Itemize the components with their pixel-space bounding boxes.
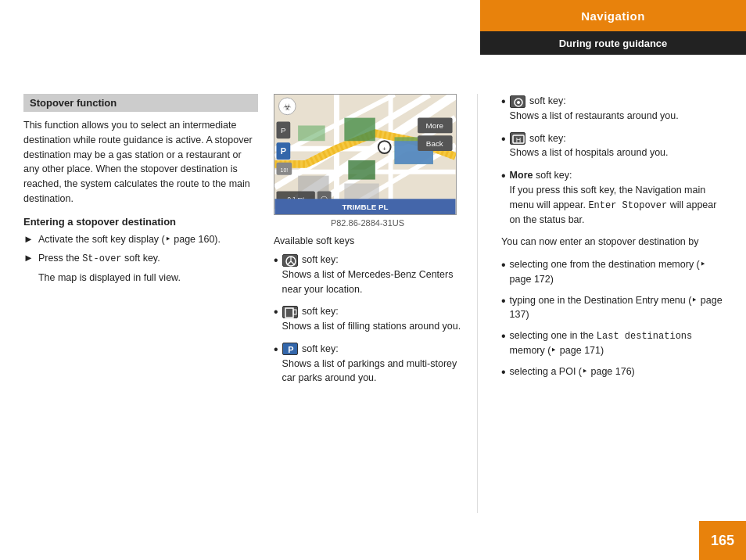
svg-text:P: P xyxy=(281,126,286,135)
map-column: + 0.1 mi ◯ ☣ P P 10! xyxy=(274,94,461,513)
soft-key-hospital-content: H soft key: Shows a list of hospitals ar… xyxy=(510,131,669,161)
left-column: Stopover function This function allows y… xyxy=(23,94,258,513)
soft-key-hospital: • H soft key: Shows a list of hospitals … xyxy=(501,131,723,161)
bullet-text-2: Press the St-over soft key. xyxy=(38,251,160,266)
code-stover: St-over xyxy=(82,253,121,264)
bullet-item-3: ► The map is displayed in full view. xyxy=(23,271,258,285)
column-divider xyxy=(477,94,478,513)
restaurant-icon xyxy=(510,95,525,108)
svg-text:Back: Back xyxy=(426,139,443,148)
bullet-dot-d4: • xyxy=(501,364,506,379)
soft-key-more: • More soft key: If you press this soft … xyxy=(501,168,723,227)
bullet-dot-d1: • xyxy=(501,257,506,272)
page-badge: 165 xyxy=(699,521,746,560)
soft-key-hospital-desc: Shows a list of hospitals around you. xyxy=(510,147,669,158)
svg-rect-10 xyxy=(344,118,375,142)
soft-key-more-content: More soft key: If you press this soft ke… xyxy=(510,168,723,227)
soft-key-mercedes-content: soft key: Shows a list of Mercedes-Benz … xyxy=(282,253,461,296)
bullet-dot-3: • xyxy=(274,342,278,357)
svg-point-45 xyxy=(517,101,520,104)
main-content: Stopover function This function allows y… xyxy=(23,94,723,513)
svg-line-40 xyxy=(291,261,295,265)
soft-key-mercedes-desc: Shows a list of Mercedes-Benz Centers ne… xyxy=(282,269,454,295)
bullet-text-1: Activate the soft key display (‣ page 16… xyxy=(38,232,221,247)
map-svg: + 0.1 mi ◯ ☣ P P 10! xyxy=(274,95,456,214)
svg-text:TRIMBLE PL: TRIMBLE PL xyxy=(342,203,388,211)
hospital-icon: H xyxy=(510,132,525,145)
svg-text:10!: 10! xyxy=(281,167,289,173)
bullet-item-2: ► Press the St-over soft key. xyxy=(23,251,258,266)
bullet-dot-r1: • xyxy=(501,94,506,109)
code-enter-stopover: Enter Stopover xyxy=(588,200,667,211)
bullet-text-3: The map is displayed in full view. xyxy=(38,271,181,285)
parking-icon: P xyxy=(282,343,298,355)
intro-text: You can now enter an stopover destinatio… xyxy=(501,235,723,249)
soft-key-parking: • P soft key: Shows a list of parkings a… xyxy=(274,342,461,386)
bullet-dot-d2: • xyxy=(501,293,506,308)
soft-key-gas-label: soft key: xyxy=(302,306,339,317)
bullet-dot-r2: • xyxy=(501,131,506,146)
more-desc: If you press this soft key, the Navigati… xyxy=(510,185,717,225)
sub-title: During route guidance xyxy=(559,38,668,49)
section-description: This function allows you to select an in… xyxy=(23,118,258,206)
soft-key-parking-desc: Shows a list of parkings and multi-store… xyxy=(282,358,457,384)
bullet-dot-1: • xyxy=(274,253,278,267)
page-number: 165 xyxy=(711,533,734,549)
soft-key-restaurant: • soft key: Shows a list of restaurants … xyxy=(501,94,723,124)
soft-key-parking-content: P soft key: Shows a list of parkings and… xyxy=(282,342,461,386)
svg-text:+: + xyxy=(382,145,386,153)
dest-text-1: selecting one from the destination memor… xyxy=(510,257,723,287)
dest-bullet-2: • typing one in the Destination Entry me… xyxy=(501,293,723,323)
available-keys-title: Available soft keys xyxy=(274,235,461,246)
dest-bullet-3: • selecting one in the Last destinations… xyxy=(501,328,723,358)
svg-rect-13 xyxy=(298,125,325,141)
soft-key-gas: • soft key: Shows a list of filling stat… xyxy=(274,304,461,334)
soft-key-parking-label: soft key: xyxy=(302,343,339,354)
section-title: Stopover function xyxy=(23,94,258,112)
dest-text-4: selecting a POI (‣ page 176) xyxy=(510,364,635,379)
soft-key-restaurant-content: soft key: Shows a list of restaurants ar… xyxy=(510,94,679,124)
code-last-destinations: Last destinations xyxy=(597,331,692,342)
bullet-dot-d3: • xyxy=(501,328,506,343)
svg-text:P: P xyxy=(288,345,293,354)
map-caption: P82.86-2884-31US xyxy=(274,218,461,228)
svg-text:H: H xyxy=(515,136,521,144)
svg-rect-11 xyxy=(348,160,375,180)
svg-text:More: More xyxy=(426,121,444,130)
soft-key-restaurant-desc: Shows a list of restaurants around you. xyxy=(510,110,679,121)
map-image: + 0.1 mi ◯ ☣ P P 10! xyxy=(274,94,457,215)
bullet-dot-r3: • xyxy=(501,168,506,183)
arrow-icon-2: ► xyxy=(23,252,34,264)
soft-key-restaurant-label: soft key: xyxy=(529,95,566,106)
soft-key-hospital-label: soft key: xyxy=(529,133,566,144)
dest-bullet-4: • selecting a POI (‣ page 176) xyxy=(501,364,723,379)
soft-key-gas-desc: Shows a list of filling stations around … xyxy=(282,321,461,332)
bullet-item-1: ► Activate the soft key display (‣ page … xyxy=(23,232,258,247)
bullet-dot-2: • xyxy=(274,304,278,319)
soft-key-gas-content: soft key: Shows a list of filling statio… xyxy=(282,304,461,334)
svg-rect-41 xyxy=(285,308,293,318)
svg-text:P: P xyxy=(281,146,286,156)
right-column: • soft key: Shows a list of restaurants … xyxy=(493,94,723,513)
nav-header-band: Navigation xyxy=(480,0,746,31)
soft-key-mercedes-label: soft key: xyxy=(302,254,339,265)
sub-header-band: During route guidance xyxy=(480,31,746,55)
nav-title: Navigation xyxy=(581,9,645,23)
mercedes-icon xyxy=(282,254,298,267)
svg-line-39 xyxy=(287,261,291,265)
dest-text-3: selecting one in the Last destinations m… xyxy=(510,328,723,358)
arrow-icon: ► xyxy=(23,233,34,245)
dest-bullet-1: • selecting one from the destination mem… xyxy=(501,257,723,287)
soft-key-mercedes: • soft key: Shows a list of Mercedes-Ben… xyxy=(274,253,461,296)
entering-title: Entering a stopover destination xyxy=(23,216,258,228)
dest-text-2: typing one in the Destination Entry menu… xyxy=(510,293,723,323)
gas-icon xyxy=(282,306,298,318)
more-label: More xyxy=(510,170,533,181)
svg-text:☣: ☣ xyxy=(283,102,292,113)
